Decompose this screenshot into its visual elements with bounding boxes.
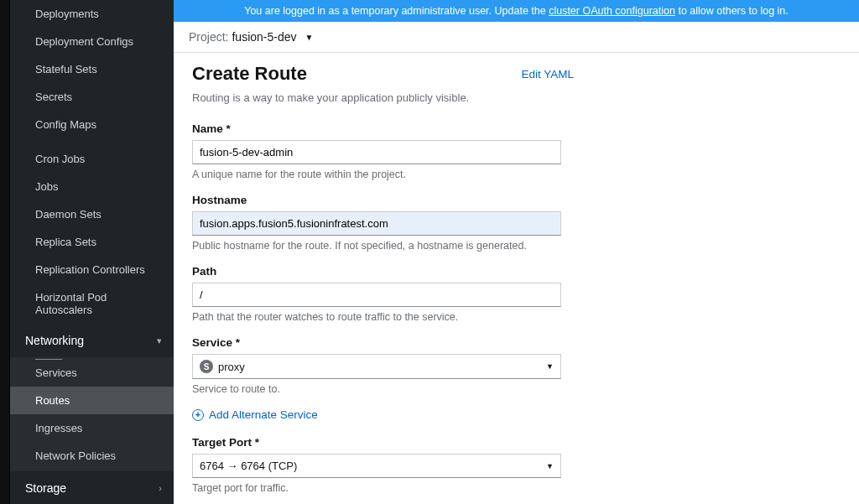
target-port-help: Target port for traffic. xyxy=(192,482,574,494)
sidebar-item-services[interactable]: Services xyxy=(10,359,174,387)
info-banner: You are logged in as a temporary adminis… xyxy=(174,0,859,22)
path-label: Path xyxy=(192,265,574,278)
sidebar-item-daemon-sets[interactable]: Daemon Sets xyxy=(10,200,174,228)
service-help: Service to route to. xyxy=(192,383,574,395)
sidebar-section-label: Networking xyxy=(25,334,84,347)
project-label: Project: xyxy=(189,30,228,44)
sidebar-item-cron-jobs[interactable]: Cron Jobs xyxy=(10,145,174,173)
name-input[interactable] xyxy=(192,140,561,164)
page-title: Create Route xyxy=(192,63,307,85)
sidebar-item-deployment-configs[interactable]: Deployment Configs xyxy=(10,28,174,55)
banner-link[interactable]: cluster OAuth configuration xyxy=(549,5,675,17)
add-alternate-service[interactable]: + Add Alternate Service xyxy=(192,408,574,421)
service-label: Service * xyxy=(192,336,574,349)
service-value: proxy xyxy=(218,361,245,373)
content: Create Route Edit YAML Routing is a way … xyxy=(174,53,859,504)
sidebar-item-routes[interactable]: Routes xyxy=(10,387,174,414)
path-help: Path that the router watches to route tr… xyxy=(192,311,574,323)
banner-suffix: to allow others to log in. xyxy=(678,5,788,17)
sidebar-item-replica-sets[interactable]: Replica Sets xyxy=(10,228,174,256)
left-rail xyxy=(0,0,10,504)
sidebar-item-deployments[interactable]: Deployments xyxy=(10,0,174,28)
field-target-port: Target Port * 6764 → 6764 (TCP) ▼ Target… xyxy=(192,436,574,494)
caret-down-icon: ▼ xyxy=(546,362,554,371)
target-port-label: Target Port * xyxy=(192,436,574,449)
add-alt-label: Add Alternate Service xyxy=(209,408,318,421)
project-value: fusion-5-dev xyxy=(232,30,296,44)
plus-circle-icon: + xyxy=(192,409,204,421)
caret-down-icon: ▼ xyxy=(305,33,314,42)
field-service: Service * S proxy ▼ Service to route to. xyxy=(192,336,574,395)
field-hostname: Hostname Public hostname for the route. … xyxy=(192,194,574,252)
project-selector[interactable]: Project: fusion-5-dev ▼ xyxy=(174,22,859,53)
name-label: Name * xyxy=(192,122,574,135)
name-help: A unique name for the route within the p… xyxy=(192,169,574,180)
sidebar-item-network-policies[interactable]: Network Policies xyxy=(10,442,174,470)
networking-sub: Services Routes Ingresses Network Polici… xyxy=(10,357,174,471)
sidebar-item-jobs[interactable]: Jobs xyxy=(10,173,174,200)
sidebar: Deployments Deployment Configs Stateful … xyxy=(10,0,174,504)
service-select[interactable]: S proxy ▼ xyxy=(192,354,561,379)
sidebar-item-config-maps[interactable]: Config Maps xyxy=(10,111,174,138)
sidebar-section-networking[interactable]: Networking ▾ xyxy=(10,324,174,357)
chevron-right-icon: › xyxy=(159,483,162,493)
target-port-value: 6764 → 6764 (TCP) xyxy=(200,460,297,472)
page-description: Routing is a way to make your applicatio… xyxy=(192,91,574,104)
caret-down-icon: ▼ xyxy=(546,462,554,470)
chevron-down-icon: ▾ xyxy=(157,335,162,346)
field-path: Path Path that the router watches to rou… xyxy=(192,265,574,323)
sidebar-section-label: Storage xyxy=(25,481,66,495)
banner-prefix: You are logged in as a temporary adminis… xyxy=(244,5,549,17)
hostname-label: Hostname xyxy=(192,194,574,206)
hostname-input[interactable] xyxy=(192,211,561,236)
hostname-help: Public hostname for the route. If not sp… xyxy=(192,240,574,252)
sidebar-item-replication-controllers[interactable]: Replication Controllers xyxy=(10,256,174,283)
main: You are logged in as a temporary adminis… xyxy=(174,0,859,504)
sidebar-item-ingresses[interactable]: Ingresses xyxy=(10,414,174,442)
edit-yaml-link[interactable]: Edit YAML xyxy=(521,68,574,81)
service-icon: S xyxy=(200,360,213,373)
target-port-select[interactable]: 6764 → 6764 (TCP) ▼ xyxy=(192,454,561,478)
sidebar-item-hpa[interactable]: Horizontal Pod Autoscalers xyxy=(10,283,174,324)
field-name: Name * A unique name for the route withi… xyxy=(192,122,574,180)
sidebar-item-secrets[interactable]: Secrets xyxy=(10,83,174,111)
workloads-group: Deployments Deployment Configs Stateful … xyxy=(10,0,174,324)
sidebar-section-storage[interactable]: Storage › xyxy=(10,471,174,504)
sidebar-item-stateful-sets[interactable]: Stateful Sets xyxy=(10,55,174,83)
path-input[interactable] xyxy=(192,283,561,307)
